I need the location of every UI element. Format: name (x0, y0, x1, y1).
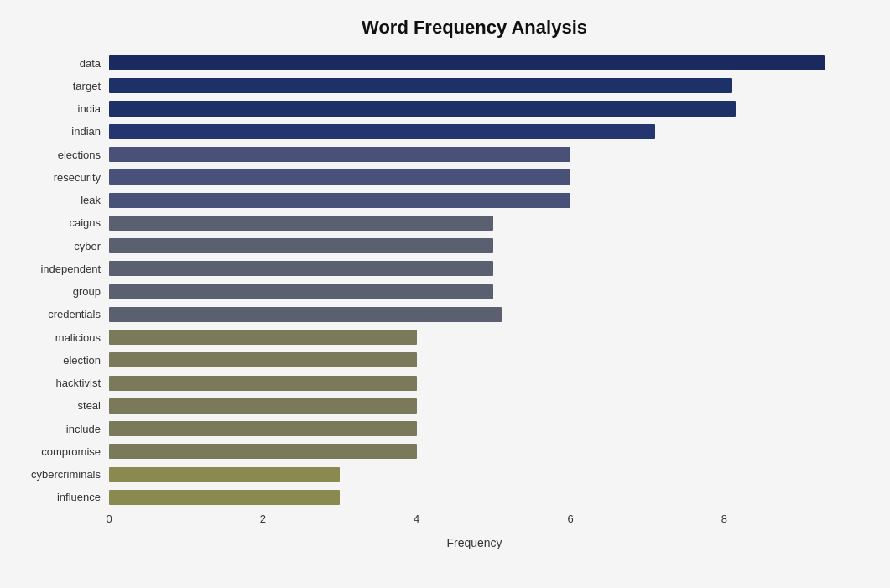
bar-fill (109, 307, 502, 322)
bar-track (109, 55, 840, 70)
x-tick: 0 (106, 513, 112, 525)
bar-fill (109, 284, 493, 299)
bar-track (109, 101, 840, 117)
bar-track (109, 352, 840, 367)
x-axis-label: Frequency (109, 536, 840, 549)
bar-track (109, 284, 840, 299)
bar-track (109, 398, 840, 414)
chart-title: Word Frequency Analysis (109, 17, 840, 39)
bar-label: malicious (17, 331, 109, 344)
bar-fill (109, 398, 417, 414)
bar-fill (109, 55, 825, 70)
chart-area: data target india indian elections resec… (109, 54, 840, 540)
bar-fill (109, 444, 417, 459)
x-tick: 8 (721, 513, 727, 525)
bar-fill (109, 169, 570, 185)
bar-fill (109, 101, 736, 117)
bar-row: resecurity (109, 168, 840, 186)
bar-fill (109, 376, 417, 391)
bar-row: target (109, 76, 840, 95)
bar-label: influence (17, 491, 109, 503)
bar-label: independent (17, 263, 109, 275)
bar-track (109, 78, 840, 93)
bar-track (109, 124, 840, 139)
bar-track (109, 376, 840, 391)
x-axis-line (109, 507, 840, 507)
bar-fill (109, 193, 570, 208)
x-tick: 6 (567, 513, 573, 525)
bar-label: leak (17, 194, 109, 206)
bar-row: include (109, 419, 840, 438)
bar-row: cybercriminals (109, 466, 840, 484)
bar-track (109, 444, 840, 459)
bar-fill (109, 352, 417, 367)
x-ticks: 02468 (109, 509, 840, 529)
bar-row: group (109, 283, 840, 301)
bar-track (109, 147, 840, 162)
bar-row: election (109, 351, 840, 369)
bar-label: cyber (17, 240, 109, 252)
bar-row: caigns (109, 214, 840, 232)
bar-fill (109, 238, 493, 253)
bar-fill (109, 421, 417, 436)
bar-fill (109, 216, 493, 231)
bar-row: independent (109, 259, 840, 278)
bar-label: compromise (17, 445, 109, 458)
bar-fill (109, 261, 493, 276)
bar-track (109, 216, 840, 231)
bars-wrapper: data target india indian elections resec… (109, 54, 840, 507)
bar-label: group (17, 285, 109, 298)
bar-row: malicious (109, 328, 840, 346)
bar-track (109, 238, 840, 253)
bar-fill (109, 490, 340, 505)
bar-row: cyber (109, 237, 840, 255)
bar-label: steal (17, 399, 109, 412)
bar-track (109, 330, 840, 345)
bar-track (109, 490, 840, 505)
x-tick: 2 (260, 513, 266, 525)
bar-track (109, 193, 840, 208)
bar-row: steal (109, 397, 840, 415)
bar-label: target (17, 80, 109, 92)
bar-label: credentials (17, 308, 109, 320)
bar-fill (109, 330, 417, 345)
bar-fill (109, 124, 655, 139)
bar-track (109, 421, 840, 436)
bar-row: data (109, 54, 840, 72)
bar-label: hacktivist (17, 377, 109, 389)
bar-label: caigns (17, 216, 109, 229)
bar-label: election (17, 354, 109, 367)
bar-track (109, 467, 840, 482)
bar-row: elections (109, 145, 840, 164)
bar-fill (109, 147, 570, 162)
bar-row: indian (109, 122, 840, 141)
bar-label: elections (17, 148, 109, 161)
bar-fill (109, 467, 340, 482)
bar-row: credentials (109, 305, 840, 324)
bar-row: hacktivist (109, 374, 840, 393)
bar-row: india (109, 100, 840, 118)
bar-row: influence (109, 488, 840, 507)
bar-track (109, 261, 840, 276)
bar-row: leak (109, 191, 840, 210)
bar-label: cybercriminals (17, 468, 109, 481)
chart-container: Word Frequency Analysis data target indi… (0, 0, 890, 588)
bar-track (109, 169, 840, 185)
bar-label: data (17, 57, 109, 70)
bar-row: compromise (109, 442, 840, 461)
bar-label: include (17, 423, 109, 435)
x-tick: 4 (414, 513, 419, 525)
bar-label: indian (17, 125, 109, 138)
bar-fill (109, 78, 732, 93)
bar-track (109, 307, 840, 322)
bar-label: india (17, 102, 109, 115)
bar-label: resecurity (17, 171, 109, 184)
